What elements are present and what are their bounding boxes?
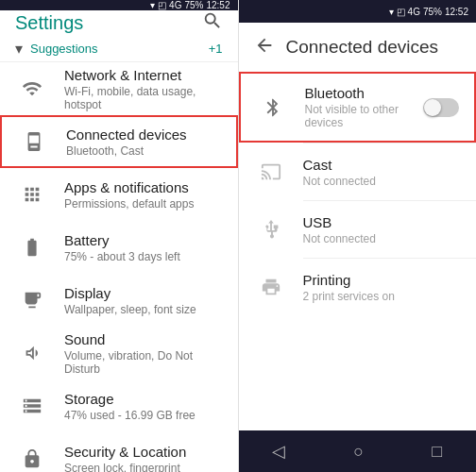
left-status-bar: ▾ ◰ 4G 75% 12:52	[0, 0, 238, 10]
storage-subtitle: 47% used - 16.99 GB free	[64, 409, 223, 422]
right-panel: ▾ ◰ 4G 75% 12:52 Connected devices Bluet…	[239, 0, 477, 472]
settings-item-battery[interactable]: Battery 75% - about 3 days left	[0, 221, 238, 274]
bluetooth-icon	[256, 91, 290, 125]
security-subtitle: Screen lock, fingerprint	[64, 462, 223, 473]
bluetooth-toggle[interactable]	[423, 98, 459, 117]
storage-title: Storage	[64, 391, 223, 407]
sound-title: Sound	[64, 331, 223, 347]
usb-icon	[254, 212, 288, 246]
usb-title: USB	[303, 214, 462, 230]
storage-icon	[15, 389, 49, 423]
connected-text: Connected devices Bluetooth, Cast	[66, 126, 221, 158]
bluetooth-title: Bluetooth	[305, 85, 424, 101]
bluetooth-subtitle: Not visible to other devices	[305, 103, 424, 129]
printing-text: Printing 2 print services on	[303, 272, 462, 303]
display-title: Display	[64, 285, 223, 301]
lte-icon: 4G	[169, 0, 181, 10]
settings-item-connected[interactable]: Connected devices Bluetooth, Cast	[0, 115, 238, 168]
left-toolbar: Settings	[0, 10, 238, 36]
signal-icon: ▾	[150, 0, 155, 10]
right-battery-icon: 75%	[423, 7, 442, 17]
toggle-knob	[424, 99, 441, 116]
battery-text: Battery 75% - about 3 days left	[64, 232, 223, 263]
network-subtitle: Wi-Fi, mobile, data usage, hotspot	[64, 85, 223, 111]
wifi-icon	[15, 72, 49, 106]
cast-title: Cast	[303, 157, 462, 173]
right-time-display: 12:52	[445, 7, 468, 17]
search-button[interactable]	[202, 10, 223, 36]
network-title: Network & Internet	[64, 67, 223, 83]
cast-subtitle: Not connected	[303, 175, 462, 188]
settings-item-sound[interactable]: Sound Volume, vibration, Do Not Disturb	[0, 327, 238, 379]
right-nav-bar: ◁ ○ □	[239, 430, 477, 472]
usb-text: USB Not connected	[303, 214, 462, 245]
connected-title: Connected devices	[66, 126, 221, 143]
right-back-button[interactable]: ◁	[257, 433, 300, 469]
display-text: Display Wallpaper, sleep, font size	[64, 285, 223, 316]
suggestions-row[interactable]: ▾ Suggestions +1	[0, 36, 238, 62]
suggestions-badge: +1	[209, 42, 223, 56]
connected-subtitle: Bluetooth, Cast	[66, 144, 221, 158]
right-lte-icon: 4G	[408, 7, 420, 17]
security-icon	[15, 442, 49, 472]
right-home-button[interactable]: ○	[338, 434, 379, 469]
sound-icon	[15, 336, 49, 370]
apps-icon	[15, 177, 49, 211]
right-signal-icon: ▾	[389, 7, 394, 17]
print-icon	[254, 270, 288, 304]
settings-item-network[interactable]: Network & Internet Wi-Fi, mobile, data u…	[0, 62, 238, 115]
device-item-usb[interactable]: USB Not connected	[239, 201, 477, 258]
device-item-printing[interactable]: Printing 2 print services on	[239, 259, 477, 315]
right-wifi-icon: ◰	[397, 7, 405, 17]
settings-item-apps[interactable]: Apps & notifications Permissions, defaul…	[0, 168, 238, 221]
settings-item-storage[interactable]: Storage 47% used - 16.99 GB free	[0, 379, 238, 432]
sound-text: Sound Volume, vibration, Do Not Disturb	[64, 331, 223, 376]
status-icons: ▾ ◰ 4G 75% 12:52	[150, 0, 230, 10]
display-subtitle: Wallpaper, sleep, font size	[64, 303, 223, 316]
connected-icon	[17, 125, 51, 159]
battery-icon: 75%	[184, 0, 203, 10]
device-item-bluetooth[interactable]: Bluetooth Not visible to other devices	[239, 72, 477, 143]
right-toolbar: Connected devices	[239, 23, 477, 72]
display-icon	[15, 283, 49, 317]
storage-text: Storage 47% used - 16.99 GB free	[64, 391, 223, 422]
settings-title: Settings	[15, 12, 202, 34]
right-status-bar: ▾ ◰ 4G 75% 12:52	[239, 0, 477, 23]
time-display: 12:52	[206, 0, 230, 10]
right-recents-button[interactable]: □	[416, 434, 457, 469]
left-panel: ▾ ◰ 4G 75% 12:52 Settings ▾ Suggestions …	[0, 0, 239, 472]
device-item-cast[interactable]: Cast Not connected	[239, 143, 477, 200]
suggestions-expand-icon: ▾	[15, 40, 23, 58]
right-status-icons: ▾ ◰ 4G 75% 12:52	[389, 7, 468, 17]
apps-text: Apps & notifications Permissions, defaul…	[64, 179, 223, 211]
back-button-right[interactable]	[254, 35, 275, 60]
settings-item-display[interactable]: Display Wallpaper, sleep, font size	[0, 274, 238, 327]
apps-title: Apps & notifications	[64, 179, 223, 195]
suggestions-label: Suggestions	[30, 42, 209, 56]
security-title: Security & Location	[64, 444, 223, 460]
battery-title: Battery	[64, 232, 223, 248]
cast-text: Cast Not connected	[303, 157, 462, 188]
battery-subtitle: 75% - about 3 days left	[64, 250, 223, 263]
printing-title: Printing	[303, 272, 462, 288]
sound-subtitle: Volume, vibration, Do Not Disturb	[64, 349, 223, 376]
security-text: Security & Location Screen lock, fingerp…	[64, 444, 223, 473]
cast-icon	[254, 155, 288, 189]
apps-subtitle: Permissions, default apps	[64, 197, 223, 211]
network-text: Network & Internet Wi-Fi, mobile, data u…	[64, 67, 223, 111]
connected-devices-title: Connected devices	[286, 37, 462, 58]
usb-subtitle: Not connected	[303, 232, 462, 245]
bluetooth-text: Bluetooth Not visible to other devices	[305, 85, 424, 129]
printing-subtitle: 2 print services on	[303, 290, 462, 303]
battery-settings-icon	[15, 230, 49, 264]
settings-item-security[interactable]: Security & Location Screen lock, fingerp…	[0, 432, 238, 472]
wifi-status-icon: ◰	[158, 0, 166, 10]
